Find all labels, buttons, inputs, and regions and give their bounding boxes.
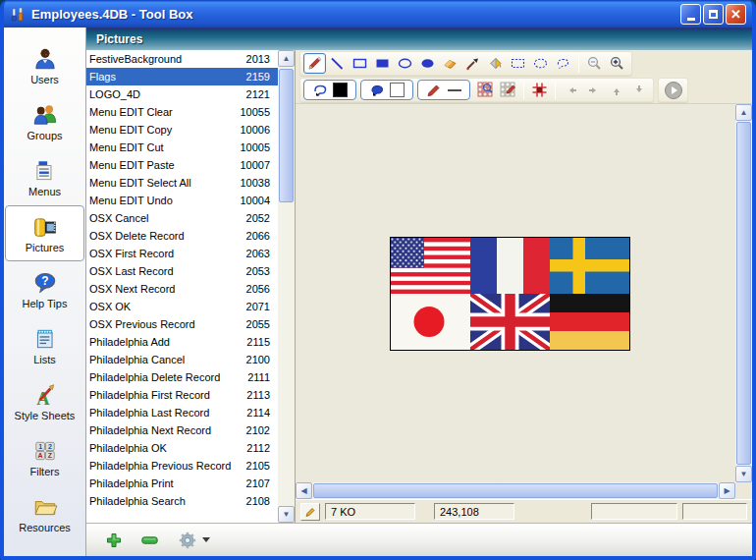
sidebar-item-menus[interactable]: Menus bbox=[5, 149, 84, 205]
drawing-canvas[interactable] bbox=[296, 104, 735, 482]
scroll-up-icon[interactable]: ▲ bbox=[278, 50, 295, 67]
picture-list-row[interactable]: Philadelphia Add 2115 bbox=[86, 333, 278, 351]
sidebar-item-help-tips[interactable]: ? Help Tips bbox=[5, 261, 84, 317]
sidebar-item-label: Filters bbox=[30, 466, 60, 477]
picture-list-row[interactable]: Menu EDIT Paste 10007 bbox=[86, 156, 278, 174]
picture-list-row[interactable]: OSX Next Record 2056 bbox=[86, 280, 278, 298]
picture-list-row[interactable]: Menu EDIT Undo 10004 bbox=[86, 192, 278, 209]
filled-rectangle-tool-button[interactable] bbox=[371, 53, 394, 74]
picture-list-row[interactable]: Philadelphia Delete Record 2111 bbox=[86, 368, 278, 386]
rectangle-tool-button[interactable] bbox=[349, 53, 371, 74]
ellipse-tool-button[interactable] bbox=[394, 53, 416, 74]
nudge-right-button[interactable] bbox=[582, 80, 605, 100]
crosshair-icon bbox=[531, 82, 548, 98]
picture-list-row[interactable]: Menu EDIT Select All 10038 bbox=[86, 174, 278, 192]
sidebar-item-style-sheets[interactable]: A Style Sheets bbox=[5, 373, 84, 429]
zoom-out-button[interactable] bbox=[583, 53, 606, 74]
scroll-right-icon[interactable]: ▶ bbox=[719, 482, 735, 499]
hotspot-button[interactable] bbox=[528, 80, 551, 100]
list-scrollbar-track[interactable] bbox=[278, 67, 295, 506]
picture-list-row[interactable]: Philadelphia OK 2112 bbox=[86, 439, 278, 457]
sidebar-item-resources[interactable]: Resources bbox=[5, 485, 84, 541]
minus-icon bbox=[141, 536, 158, 544]
picture-list-row[interactable]: Philadelphia Next Record 2102 bbox=[86, 421, 278, 439]
picture-list-row[interactable]: Philadelphia Cancel 2100 bbox=[86, 351, 278, 368]
actions-menu-button[interactable] bbox=[178, 531, 210, 550]
grid-edit-button[interactable] bbox=[497, 80, 519, 100]
picture-list-row[interactable]: Philadelphia Previous Record 2105 bbox=[86, 457, 278, 475]
sidebar-item-pictures[interactable]: Pictures bbox=[5, 205, 84, 261]
pencil-tool-button[interactable] bbox=[303, 53, 326, 74]
canvas-horizontal-scrollbar[interactable]: ◀ ▶ bbox=[296, 482, 735, 499]
picture-list-row[interactable]: Philadelphia Last Record 2114 bbox=[86, 404, 278, 421]
picture-id: 10006 bbox=[240, 124, 270, 136]
select-rectangle-tool-button[interactable] bbox=[507, 53, 529, 74]
rectangle-icon bbox=[351, 55, 368, 72]
zoom-in-button[interactable] bbox=[606, 53, 628, 74]
canvas-vscroll-track[interactable] bbox=[735, 121, 752, 466]
toolbar-separator bbox=[523, 81, 524, 99]
picture-list-row[interactable]: Flags 2159 bbox=[86, 68, 278, 85]
canvas-vscroll-thumb[interactable] bbox=[736, 122, 751, 465]
minimize-icon bbox=[687, 18, 695, 21]
scroll-left-icon[interactable]: ◀ bbox=[296, 482, 312, 499]
picture-list-row[interactable]: LOGO_4D 2121 bbox=[86, 85, 278, 103]
close-button[interactable]: ✕ bbox=[726, 4, 746, 25]
sidebar-item-groups[interactable]: Groups bbox=[5, 93, 84, 149]
picture-list-row[interactable]: Menu EDIT Cut 10005 bbox=[86, 139, 278, 156]
eraser-tool-button[interactable] bbox=[439, 53, 461, 74]
line-style-button[interactable] bbox=[417, 80, 470, 100]
picture-list-row[interactable]: OSX Cancel 2052 bbox=[86, 209, 278, 227]
scroll-down-icon[interactable]: ▼ bbox=[735, 466, 752, 482]
sidebar-item-lists[interactable]: Lists bbox=[5, 317, 84, 373]
picture-name: Philadelphia Add bbox=[89, 336, 246, 348]
pictures-icon bbox=[31, 214, 59, 240]
sidebar-item-users[interactable]: Users bbox=[5, 37, 84, 93]
picture-list-row[interactable]: Menu EDIT Copy 10006 bbox=[86, 121, 278, 139]
eyedropper-tool-button[interactable] bbox=[461, 53, 484, 74]
picture-list-row[interactable]: OSX OK 2071 bbox=[86, 298, 278, 315]
grid-view-button[interactable] bbox=[474, 80, 497, 100]
sidebar-item-filters[interactable]: 1 2 A Z Filters bbox=[5, 429, 84, 485]
nudge-left-button[interactable] bbox=[560, 80, 582, 100]
sidebar-item-label: Style Sheets bbox=[15, 410, 76, 421]
picture-name: FestiveBackground bbox=[89, 53, 246, 65]
maximize-button[interactable] bbox=[703, 4, 724, 25]
picture-list-row[interactable]: Philadelphia First Record 2113 bbox=[86, 386, 278, 404]
picture-id: 2108 bbox=[246, 495, 270, 507]
lasso-tool-button[interactable] bbox=[552, 53, 574, 74]
canvas-hscroll-track[interactable] bbox=[312, 482, 719, 499]
picture-id: 2071 bbox=[246, 301, 270, 312]
line-tool-button[interactable] bbox=[326, 53, 349, 74]
toolbar-separator bbox=[578, 54, 579, 73]
picture-list-row[interactable]: Philadelphia Search 2108 bbox=[86, 492, 278, 510]
add-picture-button[interactable] bbox=[106, 532, 122, 548]
minimize-button[interactable] bbox=[680, 4, 701, 25]
nudge-up-button[interactable] bbox=[605, 80, 627, 100]
preview-play-button[interactable] bbox=[662, 80, 684, 100]
picture-list-row[interactable]: OSX First Record 2063 bbox=[86, 245, 278, 262]
background-color-button[interactable] bbox=[360, 80, 413, 100]
canvas-hscroll-thumb[interactable] bbox=[313, 483, 718, 498]
filled-ellipse-tool-button[interactable] bbox=[416, 53, 439, 74]
picture-list-row[interactable]: FestiveBackground 2013 bbox=[86, 50, 278, 68]
list-scrollbar-thumb[interactable] bbox=[279, 69, 294, 202]
list-scrollbar[interactable]: ▲ ▼ bbox=[278, 50, 295, 523]
picture-list-row[interactable]: Menu EDIT Clear 10055 bbox=[86, 103, 278, 121]
picture-list-row[interactable]: Philadelphia Print 2107 bbox=[86, 475, 278, 492]
select-ellipse-tool-button[interactable] bbox=[529, 53, 552, 74]
foreground-color-button[interactable] bbox=[303, 80, 356, 100]
scroll-down-icon[interactable]: ▼ bbox=[278, 506, 295, 523]
scroll-up-icon[interactable]: ▲ bbox=[735, 104, 752, 121]
picture-name: OSX OK bbox=[89, 301, 246, 312]
picture-list-row[interactable]: OSX Previous Record 2055 bbox=[86, 315, 278, 333]
canvas-vertical-scrollbar[interactable]: ▲ ▼ bbox=[735, 104, 752, 482]
nudge-down-button[interactable] bbox=[627, 80, 650, 100]
picture-list-row[interactable]: OSX Last Record 2053 bbox=[86, 262, 278, 280]
remove-picture-button[interactable] bbox=[141, 536, 158, 544]
picture-list-row[interactable]: OSX Delete Record 2066 bbox=[86, 227, 278, 245]
status-pencil-button[interactable] bbox=[300, 503, 320, 521]
paint-bucket-tool-button[interactable] bbox=[484, 53, 507, 74]
tools-toolbar bbox=[296, 50, 752, 77]
titlebar[interactable]: Employees.4DB - Tool Box ✕ bbox=[4, 0, 752, 28]
